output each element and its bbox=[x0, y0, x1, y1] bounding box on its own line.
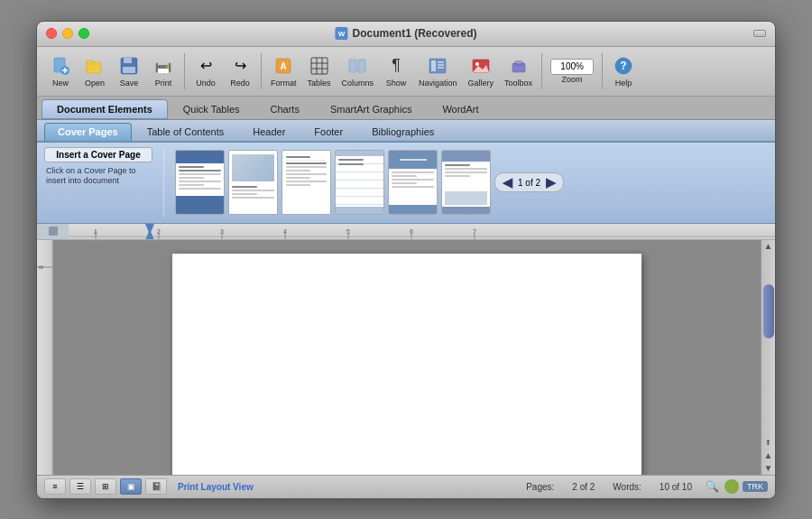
cover-thumb-4[interactable] bbox=[335, 150, 384, 215]
help-label: Help bbox=[615, 79, 632, 88]
open-button[interactable]: Open bbox=[78, 52, 111, 90]
tab-wordart[interactable]: WordArt bbox=[427, 99, 494, 119]
navigation-icon bbox=[427, 55, 448, 77]
scrollbar-thumb[interactable] bbox=[763, 284, 774, 338]
ruler-area: 1 2 3 4 5 6 7 bbox=[69, 224, 775, 239]
format-icon: A bbox=[272, 55, 294, 77]
help-icon: ? bbox=[613, 55, 634, 77]
track-changes-badge[interactable]: TRK bbox=[743, 481, 768, 492]
subtab-header[interactable]: Header bbox=[239, 123, 299, 141]
thumb6-footer bbox=[442, 207, 490, 214]
help-button[interactable]: ? Help bbox=[607, 52, 640, 90]
columns-icon bbox=[346, 55, 368, 77]
cover-thumb-1[interactable] bbox=[175, 150, 225, 215]
tab-quick-tables[interactable]: Quick Tables bbox=[168, 99, 255, 119]
toolbox-button[interactable]: Toolbox bbox=[500, 52, 537, 90]
thumb6-lines bbox=[442, 162, 490, 190]
window-resize-button[interactable] bbox=[753, 30, 766, 37]
navigation-button[interactable]: Navigation bbox=[414, 52, 462, 90]
subtab-cover-pages[interactable]: Cover Pages bbox=[44, 123, 132, 141]
format-label: Format bbox=[271, 79, 297, 88]
svg-marker-50 bbox=[145, 229, 154, 239]
gallery-label: Gallery bbox=[468, 79, 494, 88]
document-area[interactable] bbox=[53, 240, 761, 475]
main-area: 8 ▲ ⬆ ▲ ▼ bbox=[37, 240, 775, 475]
show-button[interactable]: ¶ Show bbox=[380, 52, 412, 90]
undo-icon: ↩ bbox=[195, 55, 217, 77]
cover-thumb-3[interactable] bbox=[281, 150, 331, 215]
svg-rect-20 bbox=[349, 60, 356, 72]
status-bar: ≡ ☰ ⊞ ▣ 📓 Print Layout View Pages: 2 of … bbox=[37, 475, 775, 498]
ruler-corner-icon bbox=[49, 227, 58, 236]
left-ruler: 8 bbox=[37, 240, 53, 475]
scroll-to-top-button[interactable]: ⬆ bbox=[762, 437, 775, 449]
save-button[interactable]: Save bbox=[113, 52, 145, 90]
ribbon-content: Insert a Cover Page Click on a Cover Pag… bbox=[37, 143, 775, 224]
tables-label: Tables bbox=[308, 79, 331, 88]
svg-text:5: 5 bbox=[346, 228, 350, 235]
save-label: Save bbox=[120, 79, 139, 88]
thumb2-lines bbox=[229, 183, 277, 214]
ribbon-tabs: Document Elements Quick Tables Charts Sm… bbox=[37, 97, 775, 120]
new-button[interactable]: New bbox=[44, 52, 77, 90]
minimize-button[interactable] bbox=[62, 28, 73, 39]
subtab-footer[interactable]: Footer bbox=[300, 123, 356, 141]
thumb5-header bbox=[389, 151, 437, 169]
title-bar: W Document1 (Recovered) bbox=[37, 22, 775, 47]
thumb2-img bbox=[232, 154, 274, 181]
columns-button[interactable]: Columns bbox=[337, 52, 379, 90]
tab-smartart[interactable]: SmartArt Graphics bbox=[315, 99, 427, 119]
new-icon bbox=[50, 55, 71, 77]
maximize-button[interactable] bbox=[78, 28, 89, 39]
subtab-toc[interactable]: Table of Contents bbox=[134, 123, 238, 141]
svg-text:A: A bbox=[281, 61, 287, 71]
tab-document-elements[interactable]: Document Elements bbox=[42, 99, 168, 119]
ruler-corner bbox=[37, 224, 69, 239]
svg-point-28 bbox=[475, 62, 479, 66]
scroll-up-small-button[interactable]: ▲ bbox=[762, 449, 775, 462]
view-label: Print Layout View bbox=[171, 482, 261, 492]
view-outline-button[interactable]: ☰ bbox=[69, 478, 91, 495]
svg-point-12 bbox=[167, 65, 170, 68]
pages-value: 2 of 2 bbox=[565, 482, 602, 492]
document-page bbox=[172, 254, 641, 475]
undo-button[interactable]: ↩ Undo bbox=[189, 52, 222, 90]
traffic-lights bbox=[46, 28, 89, 39]
cover-thumb-6[interactable] bbox=[441, 150, 491, 215]
next-page-button[interactable]: ▶ bbox=[544, 175, 558, 190]
save-icon bbox=[118, 55, 140, 77]
word-count-icon[interactable] bbox=[724, 479, 739, 494]
redo-label: Redo bbox=[230, 79, 250, 88]
view-normal-button[interactable]: ≡ bbox=[44, 478, 66, 495]
subtab-bibliographies[interactable]: Bibliographies bbox=[358, 123, 448, 141]
svg-text:6: 6 bbox=[410, 228, 413, 235]
show-icon: ¶ bbox=[385, 55, 407, 77]
gallery-button[interactable]: Gallery bbox=[464, 52, 499, 90]
close-button[interactable] bbox=[46, 28, 57, 39]
zoom-area: 100% Zoom bbox=[547, 57, 597, 86]
pagination-control: ◀ 1 of 2 ▶ bbox=[494, 172, 564, 192]
view-notebook-button[interactable]: 📓 bbox=[145, 478, 167, 495]
thumb6-header bbox=[442, 151, 490, 162]
zoom-input[interactable]: 100% bbox=[550, 59, 594, 75]
redo-button[interactable]: ↪ Redo bbox=[224, 52, 256, 90]
format-button[interactable]: A Format bbox=[266, 52, 301, 90]
prev-page-button[interactable]: ◀ bbox=[501, 175, 514, 190]
gallery-icon bbox=[470, 55, 492, 77]
cover-thumb-2[interactable] bbox=[228, 150, 278, 215]
print-button[interactable]: Print bbox=[147, 52, 180, 90]
toolbar: New Open Save bbox=[37, 47, 775, 97]
insert-cover-button[interactable]: Insert a Cover Page bbox=[44, 147, 152, 162]
tab-charts[interactable]: Charts bbox=[255, 99, 315, 119]
view-print-button[interactable]: ▣ bbox=[120, 478, 142, 495]
scroll-down-small-button[interactable]: ▼ bbox=[762, 462, 775, 475]
tables-button[interactable]: Tables bbox=[303, 52, 336, 90]
cover-thumb-5[interactable] bbox=[388, 150, 438, 215]
view-publishing-button[interactable]: ⊞ bbox=[95, 478, 116, 495]
svg-text:3: 3 bbox=[220, 228, 224, 235]
svg-rect-23 bbox=[431, 60, 436, 71]
scroll-up-button[interactable]: ▲ bbox=[762, 240, 775, 253]
scroll-track[interactable] bbox=[763, 253, 774, 437]
spell-check-icon[interactable]: 🔍 bbox=[703, 479, 721, 494]
undo-label: Undo bbox=[196, 79, 216, 88]
